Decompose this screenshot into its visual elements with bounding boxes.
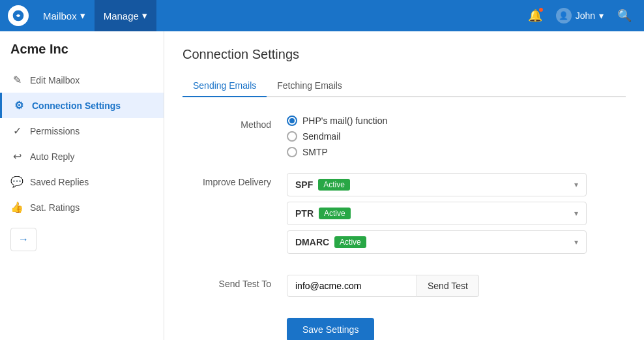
delivery-spf-status: Active [318, 179, 350, 191]
send-test-label: Send Test To [183, 275, 287, 289]
sidebar-item-auto-reply[interactable]: ↩ Auto Reply [0, 144, 164, 169]
tabs-container: Sending Emails Fetching Emails [183, 75, 626, 97]
mailbox-nav-item[interactable]: Mailbox ▾ [34, 0, 95, 31]
method-php-mail[interactable]: PHP's mail() function [287, 116, 626, 126]
mailbox-chevron: ▾ [80, 10, 85, 22]
sidebar-item-sat-ratings[interactable]: 👍 Sat. Ratings [0, 194, 164, 220]
method-smtp[interactable]: SMTP [287, 147, 626, 157]
settings-icon: ⚙ [12, 99, 25, 112]
method-php-mail-label: PHP's mail() function [302, 116, 387, 126]
method-smtp-label: SMTP [302, 147, 328, 157]
save-content: Save Settings [287, 313, 626, 340]
main-content: Connection Settings Sending Emails Fetch… [164, 31, 644, 340]
sidebar-item-saved-replies[interactable]: 💬 Saved Replies [0, 169, 164, 194]
sidebar-label-auto-reply: Auto Reply [30, 151, 74, 162]
save-spacer [183, 313, 287, 317]
improve-delivery-group: Improve Delivery SPF Active ▾ PTR Active… [183, 173, 626, 259]
user-chevron: ▾ [599, 10, 604, 21]
sidebar: Acme Inc ✎ Edit Mailbox ⚙ Connection Set… [0, 31, 164, 340]
delivery-spf-dropdown[interactable]: SPF Active ▾ [287, 173, 587, 196]
delivery-spf-name: SPF [295, 179, 313, 190]
radio-smtp-indicator [287, 147, 297, 157]
tab-sending-emails[interactable]: Sending Emails [183, 75, 267, 97]
chevron-down-icon: ▾ [574, 180, 578, 189]
sidebar-label-permissions: Permissions [30, 126, 80, 136]
sidebar-label-connection-settings: Connection Settings [32, 100, 121, 111]
manage-label: Manage [104, 10, 139, 22]
reply-icon: ↩ [10, 150, 23, 162]
send-test-input[interactable] [287, 275, 417, 297]
chevron-down-icon: ▾ [574, 209, 578, 218]
app-logo [8, 5, 29, 26]
nav-right-section: 🔔 👤 John ▾ 🔍 [523, 4, 636, 27]
sidebar-item-connection-settings[interactable]: ⚙ Connection Settings [0, 93, 164, 118]
check-icon: ✓ [10, 125, 23, 137]
method-sendmail-label: Sendmail [302, 131, 340, 142]
user-menu-button[interactable]: 👤 John ▾ [549, 4, 610, 27]
delivery-dmarc-name: DMARC [295, 237, 329, 247]
send-test-group: Send Test To Send Test [183, 275, 626, 297]
page-title: Connection Settings [183, 47, 626, 62]
delivery-ptr-name: PTR [295, 208, 314, 219]
chevron-down-icon: ▾ [574, 238, 578, 247]
main-layout: Acme Inc ✎ Edit Mailbox ⚙ Connection Set… [0, 31, 644, 340]
radio-group-method: PHP's mail() function Sendmail SMTP [287, 116, 626, 157]
radio-php-mail-indicator [287, 116, 297, 126]
improve-delivery-label: Improve Delivery [183, 173, 287, 187]
delivery-ptr-status: Active [319, 208, 351, 219]
sidebar-item-permissions[interactable]: ✓ Permissions [0, 118, 164, 144]
method-options: PHP's mail() function Sendmail SMTP [287, 116, 626, 157]
arrow-icon: → [18, 234, 29, 245]
edit-icon: ✎ [10, 74, 23, 86]
send-test-button[interactable]: Send Test [417, 275, 479, 297]
user-name: John [576, 10, 595, 21]
radio-sendmail-indicator [287, 131, 297, 142]
sidebar-label-sat-ratings: Sat. Ratings [30, 202, 80, 213]
chat-icon: 💬 [10, 176, 23, 188]
mailbox-label: Mailbox [43, 10, 77, 22]
notifications-button[interactable]: 🔔 [523, 4, 547, 27]
delivery-dmarc-dropdown[interactable]: DMARC Active ▾ [287, 230, 587, 254]
manage-nav-item[interactable]: Manage ▾ [95, 0, 156, 31]
save-settings-button[interactable]: Save Settings [287, 318, 374, 340]
delivery-dropdowns: SPF Active ▾ PTR Active ▾ DMARC Active ▾ [287, 173, 626, 259]
search-icon: 🔍 [617, 8, 632, 23]
save-settings-group: Save Settings [183, 313, 626, 340]
notification-badge [538, 7, 544, 13]
thumbsup-icon: 👍 [10, 201, 23, 213]
sidebar-label-saved-replies: Saved Replies [30, 177, 89, 187]
sidebar-item-edit-mailbox[interactable]: ✎ Edit Mailbox [0, 67, 164, 93]
delivery-dmarc-status: Active [334, 236, 366, 248]
top-navigation: Mailbox ▾ Manage ▾ 🔔 👤 John ▾ 🔍 [0, 0, 644, 31]
sidebar-arrow-button[interactable]: → [10, 228, 37, 251]
tab-fetching-emails[interactable]: Fetching Emails [267, 75, 353, 97]
company-name: Acme Inc [0, 42, 164, 67]
delivery-ptr-dropdown[interactable]: PTR Active ▾ [287, 202, 587, 225]
method-label: Method [183, 116, 287, 130]
manage-chevron: ▾ [142, 10, 147, 22]
sidebar-label-edit-mailbox: Edit Mailbox [30, 75, 80, 85]
method-sendmail[interactable]: Sendmail [287, 131, 626, 142]
send-test-row: Send Test [287, 275, 626, 297]
user-avatar: 👤 [556, 8, 572, 23]
search-button[interactable]: 🔍 [613, 4, 636, 27]
send-test-content: Send Test [287, 275, 626, 297]
method-group: Method PHP's mail() function Sendmail SM… [183, 116, 626, 157]
